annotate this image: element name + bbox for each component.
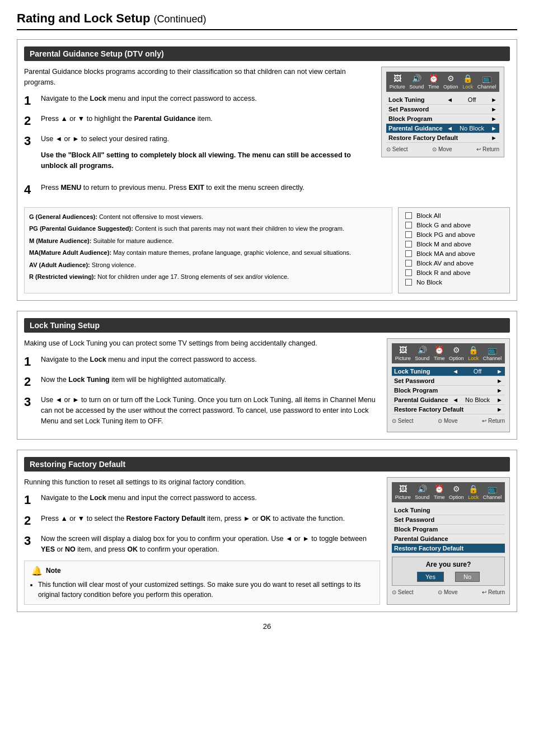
lock-tuning-text: Making use of Lock Tuning you can protec… xyxy=(24,338,380,432)
page-number: 26 xyxy=(17,622,517,631)
desc-g: G (General Audiences): Content not offen… xyxy=(29,212,387,222)
lock-tuning-step-2: 2 Now the Lock Tuning item will be highl… xyxy=(24,375,380,389)
menu-row-block-program-3: Block Program xyxy=(392,525,505,534)
note-icon: 🔔 xyxy=(31,566,43,576)
rating-block-pg: Block PG and above xyxy=(405,231,503,238)
rating-block-g: Block G and above xyxy=(405,222,503,228)
rating-block-m: Block M and above xyxy=(405,241,503,248)
menu-row-parental-3: Parental Guidance xyxy=(392,534,505,544)
confirm-no-button[interactable]: No xyxy=(455,572,480,582)
tv-icons-bar-3: 🖼 Picture 🔊 Sound ⏰ Time ⚙ Option 🔒 xyxy=(392,482,505,502)
lock-icon-item: 🔒 Lock xyxy=(462,74,473,90)
desc-r: R (Restricted viewing): Not for children… xyxy=(29,272,387,282)
checkbox-block-r[interactable] xyxy=(405,269,412,276)
picture-icon-item: 🖼 Picture xyxy=(390,74,405,90)
menu-row-set-password-2: Set Password ► xyxy=(392,376,505,386)
tv-bottom-bar-2: ⊙ Select ⊙ Move ↩ Return xyxy=(392,418,505,424)
parental-intro: Parental Guidance blocks programs accord… xyxy=(24,67,374,88)
tv-icons-bar: 🖼 Picture 🔊 Sound ⏰ Time ⚙ Option xyxy=(386,72,499,92)
parental-step-4: 4 Press MENU to return to previous menu.… xyxy=(24,183,374,197)
tv-panel-restore: 🖼 Picture 🔊 Sound ⏰ Time ⚙ Option 🔒 xyxy=(387,477,510,605)
lock-tuning-intro: Making use of Lock Tuning you can protec… xyxy=(24,338,380,349)
sound-icon-item: 🔊 Sound xyxy=(409,74,424,90)
confirm-dialog: Are you sure? Yes No xyxy=(392,557,505,586)
restore-step-1: 1 Navigate to the Lock menu and input th… xyxy=(24,493,380,507)
checkbox-block-all[interactable] xyxy=(405,212,412,219)
parental-guidance-header: Parental Guidance Setup (DTV only) xyxy=(24,46,510,61)
rating-options-panel: Block All Block G and above Block PG and… xyxy=(398,207,510,293)
confirm-buttons: Yes No xyxy=(398,572,499,582)
restore-step-2: 2 Press ▲ or ▼ to select the Restore Fac… xyxy=(24,514,380,528)
menu-with-confirm: Lock Tuning Set Password Block Program P… xyxy=(392,506,505,586)
parental-guidance-section: Parental Guidance Setup (DTV only) Paren… xyxy=(17,39,517,301)
note-box: 🔔 Note This function will clear most of … xyxy=(24,561,380,605)
rating-block-ma: Block MA and above xyxy=(405,250,503,257)
lock-tuning-section: Lock Tuning Setup Making use of Lock Tun… xyxy=(17,311,517,440)
lock-tuning-step-1: 1 Navigate to the Lock menu and input th… xyxy=(24,354,380,369)
checkbox-block-av[interactable] xyxy=(405,260,412,267)
menu-row-lock-tuning-2: Lock Tuning ◄ Off ► xyxy=(392,367,505,376)
menu-row-lock-tuning-3: Lock Tuning xyxy=(392,506,505,515)
menu-row-set-password-3: Set Password xyxy=(392,515,505,525)
rating-no-block: No Block xyxy=(405,279,503,286)
checkbox-block-pg[interactable] xyxy=(405,231,412,238)
parental-step-3: 3 Use ◄ or ► to select your desired rati… xyxy=(24,134,374,176)
desc-m: M (Mature Audience): Suitable for mature… xyxy=(29,236,387,246)
confirm-title: Are you sure? xyxy=(398,561,499,568)
note-item: This function will clear most of your cu… xyxy=(38,580,373,600)
rating-block-r: Block R and above xyxy=(405,269,503,276)
rating-block-all: Block All xyxy=(405,212,503,219)
restore-factory-header: Restoring Factory Default xyxy=(24,457,510,472)
parental-middle-row: G (General Audiences): Content not offen… xyxy=(24,207,510,293)
page-title: Rating and Lock Setup (Continued) xyxy=(17,11,517,30)
checkbox-block-g[interactable] xyxy=(405,222,412,228)
menu-row-restore-factory-2: Restore Factory Default ► xyxy=(392,405,505,414)
desc-av: AV (Adult Audience): Strong violence. xyxy=(29,260,387,270)
menu-row-lock-tuning: Lock Tuning ◄ Off ► xyxy=(386,95,499,105)
checkbox-block-ma[interactable] xyxy=(405,250,412,257)
menu-row-parental-guidance: Parental Guidance ◄ No Block ► xyxy=(386,124,499,133)
menu-row-set-password: Set Password ► xyxy=(386,105,499,114)
rating-descriptions: G (General Audiences): Content not offen… xyxy=(24,207,392,293)
checkbox-no-block[interactable] xyxy=(405,279,412,286)
note-title: 🔔 Note xyxy=(31,566,373,576)
confirm-yes-button[interactable]: Yes xyxy=(417,572,444,582)
parental-step-2: 2 Press ▲ or ▼ to highlight the Parental… xyxy=(24,114,374,128)
menu-row-restore-factory-3: Restore Factory Default xyxy=(392,544,505,553)
rating-block-av: Block AV and above xyxy=(405,260,503,267)
lock-tuning-header: Lock Tuning Setup xyxy=(24,318,510,333)
tv-panel-lock-tuning: 🖼 Picture 🔊 Sound ⏰ Time ⚙ Option 🔒 xyxy=(387,338,510,432)
menu-row-parental-guidance-2: Parental Guidance ◄ No Block ► xyxy=(392,395,505,405)
menu-row-restore-factory: Restore Factory Default ► xyxy=(386,133,499,143)
parental-step-1: 1 Navigate to the Lock menu and input th… xyxy=(24,94,374,108)
tv-panel-parental: 🖼 Picture 🔊 Sound ⏰ Time ⚙ Option xyxy=(381,67,504,157)
tv-bottom-bar: ⊙ Select ⊙ Move ↩ Return xyxy=(386,146,499,152)
restore-step-3: 3 Now the screen will display a dialog b… xyxy=(24,534,380,555)
desc-pg: PG (Parental Guidance Suggested): Conten… xyxy=(29,224,387,234)
channel-icon-item: 📺 Channel xyxy=(477,74,496,90)
lock-tuning-step-3: 3 Use ◄ or ► to turn on or turn off the … xyxy=(24,395,380,426)
restore-factory-intro: Running this function to reset all setti… xyxy=(24,477,380,488)
parental-text: Parental Guidance blocks programs accord… xyxy=(24,67,374,203)
desc-ma: MA(Mature Adult Audience): May contain m… xyxy=(29,248,387,258)
tv-bottom-bar-3: ⊙ Select ⊙ Move ↩ Return xyxy=(392,589,505,595)
menu-row-block-program-2: Block Program ► xyxy=(392,386,505,395)
menu-row-block-program: Block Program ► xyxy=(386,114,499,124)
time-icon-item: ⏰ Time xyxy=(428,74,439,90)
restore-factory-text: Running this function to reset all setti… xyxy=(24,477,380,605)
option-icon-item: ⚙ Option xyxy=(443,74,458,90)
checkbox-block-m[interactable] xyxy=(405,241,412,248)
tv-icons-bar-2: 🖼 Picture 🔊 Sound ⏰ Time ⚙ Option 🔒 xyxy=(392,343,505,363)
restore-factory-section: Restoring Factory Default Running this f… xyxy=(17,450,517,612)
